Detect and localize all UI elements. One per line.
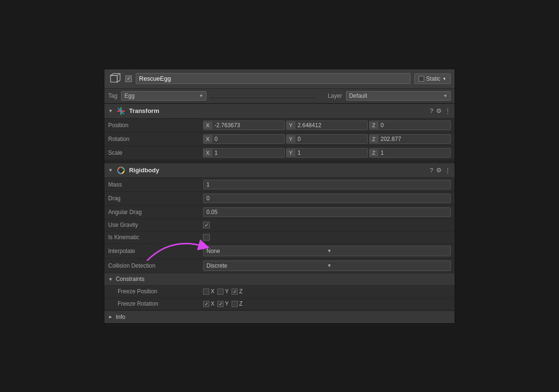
is-kinematic-row: Is Kinematic — [104, 232, 455, 244]
layer-label: Layer — [328, 93, 342, 99]
freeze-pos-y-checkbox[interactable] — [217, 289, 224, 295]
constraints-header-row: ▼ Constraints — [104, 273, 455, 286]
freeze-position-row: Freeze Position X Y Z — [104, 286, 455, 298]
position-x-field: X — [203, 121, 285, 130]
use-gravity-label: Use Gravity — [108, 222, 203, 228]
layer-select[interactable]: Default ▼ — [346, 91, 451, 101]
transform-header-icons: ? ⚙ ⋮ — [430, 107, 451, 114]
freeze-rot-x-item: X — [203, 300, 214, 307]
freeze-rot-y-item: Y — [217, 300, 229, 307]
freeze-rot-y-label: Y — [225, 300, 229, 307]
static-label: Static — [426, 75, 440, 82]
scale-z-input[interactable] — [378, 149, 450, 157]
rigidbody-settings-icon[interactable]: ⚙ — [436, 167, 442, 174]
freeze-position-checks: X Y Z — [203, 288, 242, 295]
scale-row: Scale X Y Z — [104, 146, 455, 160]
freeze-rot-x-label: X — [211, 300, 214, 307]
mass-row: Mass — [104, 178, 455, 192]
transform-settings-icon[interactable]: ⚙ — [436, 107, 442, 114]
drag-label: Drag — [108, 195, 203, 202]
transform-menu-icon[interactable]: ⋮ — [445, 107, 451, 114]
interpolate-dropdown[interactable]: None ▼ — [203, 246, 451, 256]
angular-drag-label: Angular Drag — [108, 209, 203, 215]
freeze-pos-y-label: Y — [225, 288, 229, 295]
freeze-pos-x-label: X — [211, 288, 214, 295]
object-name-input[interactable] — [136, 73, 410, 84]
position-xyz-group: X Y Z — [203, 121, 451, 130]
static-checkbox[interactable] — [419, 76, 424, 82]
position-z-input[interactable] — [378, 121, 450, 130]
interpolate-value: None — [206, 248, 327, 254]
static-dropdown-arrow[interactable]: ▼ — [442, 76, 447, 81]
static-button[interactable]: Static ▼ — [414, 74, 451, 84]
rotation-row: Rotation X Y Z — [104, 132, 455, 146]
layer-dropdown-arrow: ▼ — [443, 93, 447, 98]
drag-input[interactable] — [203, 194, 451, 203]
position-x-input[interactable] — [212, 121, 284, 130]
scale-x-field: X — [203, 148, 285, 158]
scale-label: Scale — [108, 149, 203, 156]
freeze-pos-y-item: Y — [217, 288, 229, 295]
position-z-label: Z — [370, 121, 378, 129]
rigidbody-collapse-arrow[interactable]: ▼ — [108, 168, 113, 173]
transform-title: Transform — [129, 107, 426, 114]
freeze-rotation-label: Freeze Rotation — [118, 300, 203, 307]
freeze-rot-y-checkbox[interactable] — [217, 301, 224, 307]
rigidbody-help-icon[interactable]: ? — [430, 167, 433, 174]
freeze-rot-x-checkbox[interactable] — [203, 301, 209, 307]
header-bar: ✓ Static ▼ — [104, 69, 455, 89]
object-active-checkbox[interactable]: ✓ — [125, 75, 132, 82]
scale-z-field: Z — [369, 148, 451, 158]
info-label: Info — [116, 314, 125, 320]
rigidbody-section-header: ▼ Rigidbody ? ⚙ ⋮ — [104, 163, 455, 178]
drag-row: Drag — [104, 192, 455, 205]
freeze-rotation-checks: X Y Z — [203, 300, 242, 307]
mass-label: Mass — [108, 181, 203, 188]
collision-detection-row: Collision Detection Discrete ▼ — [104, 259, 455, 273]
use-gravity-checkbox[interactable] — [203, 222, 210, 228]
position-z-field: Z — [369, 121, 451, 130]
position-x-label: X — [204, 121, 212, 129]
scale-xyz-group: X Y Z — [203, 148, 451, 158]
rotation-x-label: X — [204, 135, 212, 143]
svg-point-9 — [119, 168, 122, 172]
info-collapse-arrow[interactable]: ► — [108, 314, 113, 319]
is-kinematic-checkbox[interactable] — [203, 234, 210, 241]
angular-drag-input[interactable] — [203, 207, 451, 217]
scale-x-input[interactable] — [212, 149, 284, 157]
rigidbody-header-icons: ? ⚙ ⋮ — [430, 167, 451, 174]
constraints-collapse-arrow[interactable]: ▼ — [108, 277, 113, 282]
scale-y-field: Y — [286, 148, 368, 158]
use-gravity-row: Use Gravity — [104, 219, 455, 232]
collision-detection-dropdown[interactable]: Discrete ▼ — [203, 261, 451, 271]
rigidbody-title: Rigidbody — [129, 167, 426, 174]
freeze-rot-z-checkbox[interactable] — [232, 301, 238, 307]
mass-input[interactable] — [203, 180, 451, 189]
rigidbody-icon — [117, 166, 125, 175]
tag-label: Tag — [108, 93, 117, 99]
tag-select[interactable]: Egg ▼ — [121, 91, 206, 101]
freeze-pos-x-checkbox[interactable] — [203, 289, 209, 295]
position-y-input[interactable] — [295, 121, 367, 130]
inspector-panel: ✓ Static ▼ Tag Egg ▼ Layer Default ▼ ▼ — [104, 69, 455, 324]
cube-icon — [108, 72, 121, 85]
interpolate-label: Interpolate — [108, 248, 203, 254]
rotation-y-input[interactable] — [295, 135, 367, 143]
rotation-z-input[interactable] — [378, 135, 450, 143]
rotation-z-field: Z — [369, 134, 451, 144]
transform-help-icon[interactable]: ? — [430, 107, 433, 114]
svg-rect-0 — [111, 75, 117, 82]
position-row: Position X Y Z — [104, 119, 455, 132]
scale-y-label: Y — [287, 149, 295, 157]
transform-icon — [117, 107, 125, 115]
is-kinematic-label: Is Kinematic — [108, 234, 203, 241]
rotation-x-input[interactable] — [212, 135, 284, 143]
rigidbody-menu-icon[interactable]: ⋮ — [445, 167, 451, 174]
freeze-pos-z-checkbox[interactable] — [232, 289, 238, 295]
rotation-z-label: Z — [370, 135, 378, 143]
scale-y-input[interactable] — [295, 149, 367, 157]
transform-collapse-arrow[interactable]: ▼ — [108, 108, 113, 113]
position-label: Position — [108, 122, 203, 129]
freeze-position-label: Freeze Position — [118, 288, 203, 295]
freeze-rot-z-item: Z — [232, 300, 242, 307]
